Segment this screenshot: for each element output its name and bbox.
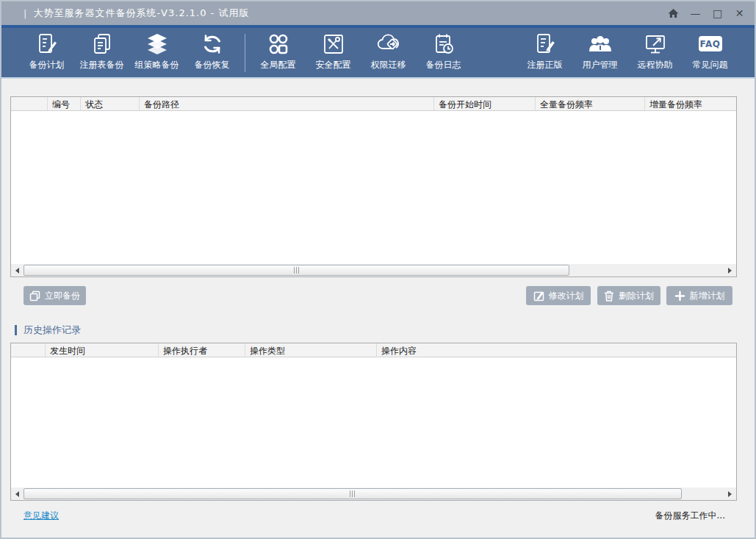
permission-migration-icon — [376, 31, 401, 57]
toolbar-label: 安全配置 — [316, 59, 351, 71]
toolbar-group-backup: 备份计划 注册表备份 — [19, 31, 240, 75]
copy-icon — [29, 290, 40, 301]
scrollbar-grip — [294, 267, 300, 274]
right-arrow-icon — [728, 491, 732, 497]
toolbar-item-security-config[interactable]: 安全配置 — [306, 31, 361, 75]
toolbar-item-permission-migration[interactable]: 权限迁移 — [361, 31, 416, 75]
column-header-backup-path[interactable]: 备份路径 — [140, 97, 434, 110]
toolbar-label: 备份恢复 — [195, 59, 230, 71]
toolbar-bottom-border — [1, 77, 755, 79]
scroll-right-arrow-button[interactable] — [724, 488, 736, 500]
column-header-operation-type[interactable]: 操作类型 — [245, 343, 377, 357]
column-header-full-frequency[interactable]: 全量备份频率 — [536, 97, 645, 110]
history-table-body[interactable] — [11, 357, 736, 488]
toolbar-item-backup-plan[interactable]: 备份计划 — [19, 31, 74, 75]
backup-plans-table-body[interactable] — [11, 111, 736, 264]
left-arrow-icon — [15, 491, 19, 497]
backup-plans-table-header: 编号 状态 备份路径 备份开始时间 全量备份频率 增量备份频率 — [11, 97, 736, 111]
toolbar-label: 注册表备份 — [80, 59, 124, 71]
toolbar-group-misc: 注册正版 用户管理 — [517, 31, 738, 75]
registry-backup-icon — [90, 31, 114, 57]
backup-plan-icon — [35, 31, 59, 57]
toolbar-item-faq[interactable]: FAQ 常见问题 — [683, 31, 738, 75]
column-header-incremental-frequency[interactable]: 增量备份频率 — [645, 97, 736, 110]
app-window: | 大势至服务器文件备份系统-V3.2.1.0 - 试用版 — □ ✕ — [0, 0, 756, 539]
trash-icon — [604, 290, 614, 301]
scroll-left-arrow-button[interactable] — [11, 488, 24, 500]
history-horizontal-scrollbar — [11, 488, 736, 500]
history-table: 发生时间 操作执行者 操作类型 操作内容 — [10, 343, 737, 501]
column-header-operation-content[interactable]: 操作内容 — [377, 343, 736, 357]
main-toolbar: 备份计划 注册表备份 — [1, 28, 755, 77]
user-management-icon — [588, 31, 613, 57]
home-icon[interactable] — [667, 7, 680, 20]
column-header-status[interactable]: 状态 — [81, 97, 140, 110]
column-header-operator[interactable]: 操作执行者 — [159, 343, 245, 357]
modify-plan-label: 修改计划 — [549, 290, 584, 302]
delete-plan-button[interactable]: 删除计划 — [597, 286, 660, 305]
minimize-button[interactable]: — — [689, 7, 702, 20]
toolbar-label: 备份日志 — [426, 59, 461, 71]
scrollbar-track[interactable] — [24, 488, 724, 500]
backup-restore-icon — [201, 31, 224, 57]
toolbar-label: 备份计划 — [29, 59, 65, 71]
toolbar-label: 注册正版 — [528, 59, 563, 71]
maximize-button[interactable]: □ — [711, 7, 724, 20]
scrollbar-grip — [350, 490, 356, 497]
column-header-select[interactable] — [11, 343, 46, 357]
toolbar-item-backup-restore[interactable]: 备份恢复 — [184, 31, 240, 75]
service-status-text: 备份服务工作中... — [655, 510, 725, 522]
plus-icon — [674, 290, 685, 301]
scrollbar-track[interactable] — [24, 264, 724, 276]
scrollbar-thumb[interactable] — [24, 488, 682, 499]
toolbar-item-group-policy-backup[interactable]: 组策略备份 — [129, 31, 184, 75]
toolbar-label: 组策略备份 — [135, 59, 179, 71]
column-header-select[interactable] — [11, 97, 48, 110]
toolbar-item-registry-backup[interactable]: 注册表备份 — [74, 31, 129, 75]
edit-icon — [533, 290, 544, 301]
left-arrow-icon — [15, 268, 19, 274]
close-button[interactable]: ✕ — [733, 7, 746, 20]
toolbar-item-user-management[interactable]: 用户管理 — [572, 31, 627, 75]
toolbar-item-backup-log[interactable]: 备份日志 — [416, 31, 471, 75]
faq-icon: FAQ — [699, 31, 722, 57]
toolbar-item-global-config[interactable]: 全局配置 — [251, 31, 306, 75]
modify-plan-button[interactable]: 修改计划 — [526, 286, 591, 305]
title-bar: | 大势至服务器文件备份系统-V3.2.1.0 - 试用版 — □ ✕ — [1, 1, 755, 25]
backup-plans-table: 编号 状态 备份路径 备份开始时间 全量备份频率 增量备份频率 — [10, 96, 737, 277]
toolbar-group-config: 全局配置 安全配置 — [251, 31, 471, 75]
right-arrow-icon — [728, 268, 732, 274]
register-genuine-icon — [533, 31, 557, 57]
toolbar-separator — [245, 34, 245, 72]
backup-now-button[interactable]: 立即备份 — [24, 286, 86, 305]
remote-assist-icon — [644, 31, 667, 57]
backup-plans-horizontal-scrollbar — [11, 264, 736, 276]
scrollbar-thumb[interactable] — [24, 265, 569, 276]
faq-badge-text: FAQ — [699, 36, 722, 51]
scroll-left-arrow-button[interactable] — [11, 264, 24, 276]
window-controls: — □ ✕ — [667, 1, 746, 25]
scroll-right-arrow-button[interactable] — [724, 264, 736, 276]
delete-plan-label: 删除计划 — [619, 290, 654, 302]
history-section-title: 历史操作记录 — [24, 324, 81, 337]
title-prefix: | — [24, 8, 26, 19]
backup-log-icon — [432, 31, 456, 57]
backup-now-label: 立即备份 — [45, 290, 80, 302]
history-section-header: 历史操作记录 — [15, 324, 81, 337]
section-bar-icon — [15, 325, 17, 335]
toolbar-item-remote-assist[interactable]: 远程协助 — [627, 31, 683, 75]
toolbar-label: 全局配置 — [261, 59, 296, 71]
window-title: 大势至服务器文件备份系统-V3.2.1.0 - 试用版 — [33, 7, 249, 20]
column-header-occur-time[interactable]: 发生时间 — [46, 343, 159, 357]
toolbar-label: 用户管理 — [583, 59, 618, 71]
add-plan-label: 新增计划 — [690, 290, 725, 302]
column-header-start-time[interactable]: 备份开始时间 — [434, 97, 536, 110]
column-header-number[interactable]: 编号 — [48, 97, 81, 110]
toolbar-item-register-genuine[interactable]: 注册正版 — [517, 31, 572, 75]
add-plan-button[interactable]: 新增计划 — [666, 286, 732, 305]
toolbar-label: 常见问题 — [693, 59, 728, 71]
global-config-icon — [267, 31, 290, 57]
toolbar-label: 权限迁移 — [371, 59, 406, 71]
feedback-link[interactable]: 意见建议 — [24, 510, 59, 522]
toolbar-label: 远程协助 — [638, 59, 673, 71]
